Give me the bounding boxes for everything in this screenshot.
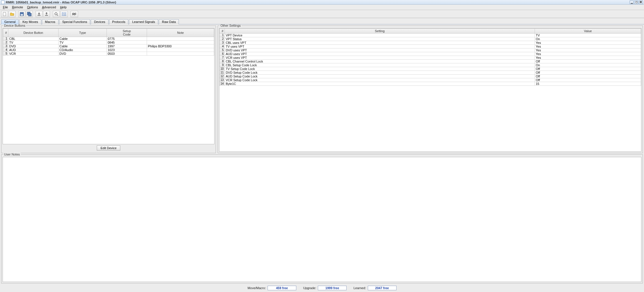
app-icon bbox=[1, 1, 5, 4]
settings-panel-title: Other Settings bbox=[220, 24, 241, 27]
toolbar: 01320186 RF bbox=[0, 10, 644, 18]
table-row[interactable]: 2TVTV0845 bbox=[3, 41, 214, 44]
menu-options[interactable]: Options bbox=[25, 5, 40, 9]
table-row[interactable]: 9CBL Setup Code LockOn bbox=[220, 63, 641, 67]
save-as-button[interactable] bbox=[26, 11, 33, 17]
close-button[interactable]: ⊠ bbox=[639, 1, 643, 4]
new-button[interactable] bbox=[1, 11, 8, 17]
hex-button[interactable]: 01320186 bbox=[60, 11, 68, 17]
table-row[interactable]: 8CBL Channel Control LockOff bbox=[220, 60, 641, 63]
svg-rect-0 bbox=[3, 12, 6, 16]
table-row[interactable]: 1CBLCable0775 bbox=[3, 37, 214, 41]
search-button[interactable] bbox=[53, 11, 60, 17]
open-button[interactable] bbox=[9, 11, 16, 17]
table-row[interactable]: 3DVDCable1997Philips BDP3300 bbox=[3, 44, 214, 48]
svg-rect-2 bbox=[21, 14, 23, 15]
table-row[interactable]: 14Byte1C15 bbox=[220, 82, 641, 86]
device-panel-title: Device Buttons bbox=[3, 24, 26, 27]
tab-protocols[interactable]: Protocols bbox=[109, 19, 129, 24]
table-row[interactable]: 4AUDCD/Audio1023 bbox=[3, 48, 214, 52]
settings-col-header[interactable]: Value bbox=[535, 29, 641, 34]
device-col-header[interactable]: Type bbox=[59, 29, 107, 37]
status-move-value: 459 free bbox=[268, 286, 296, 290]
table-row[interactable]: 5DVD uses VPTYes bbox=[220, 48, 641, 52]
status-upgrade-value: 1999 free bbox=[318, 286, 347, 290]
other-settings-panel: Other Settings #SettingValue 1VPT Device… bbox=[218, 26, 643, 153]
tab-special-functions[interactable]: Special Functions bbox=[59, 19, 90, 24]
settings-col-header[interactable]: # bbox=[220, 29, 225, 34]
edit-device-button[interactable]: Edit Device bbox=[97, 145, 120, 151]
status-move-label: Move/Macro: bbox=[247, 286, 266, 290]
table-row[interactable]: 4TV uses VPTYes bbox=[220, 45, 641, 48]
svg-rect-4 bbox=[28, 13, 31, 16]
rf-button[interactable]: RF bbox=[71, 11, 78, 17]
tab-learned-signals[interactable]: Learned Signals bbox=[129, 19, 158, 24]
save-button[interactable] bbox=[18, 11, 25, 17]
table-row[interactable]: 10TV Setup Code LockOff bbox=[220, 67, 641, 71]
device-table[interactable]: #Device ButtonTypeSetupCodeNote 1CBLCabl… bbox=[3, 28, 214, 56]
tab-macros[interactable]: Macros bbox=[42, 19, 59, 24]
titlebar: RMIR: 1056b01_backup_tvmod.rmir - Atlas … bbox=[0, 0, 644, 5]
settings-table[interactable]: #SettingValue 1VPT DeviceTV2VPT StatusOn… bbox=[219, 28, 641, 86]
svg-line-8 bbox=[57, 15, 58, 16]
table-row[interactable]: 11DVD Setup Code LockOff bbox=[220, 71, 641, 75]
table-row[interactable]: 3CBL uses VPTYes bbox=[220, 41, 641, 45]
menu-help[interactable]: Help bbox=[58, 5, 68, 9]
user-notes-panel: User Notes bbox=[1, 154, 643, 283]
menubar: File Remote Options Advanced Help bbox=[0, 5, 644, 10]
table-row[interactable]: 6AUD uses VPTYes bbox=[220, 52, 641, 56]
tab-raw-data[interactable]: Raw Data bbox=[159, 19, 179, 24]
window-title: RMIR: 1056b01_backup_tvmod.rmir - Atlas … bbox=[6, 1, 116, 4]
table-row[interactable]: 7VCR uses VPTYes bbox=[220, 56, 641, 60]
device-col-header[interactable]: Device Button bbox=[8, 29, 59, 37]
tab-general[interactable]: General bbox=[1, 19, 19, 24]
notes-panel-title: User Notes bbox=[3, 153, 21, 156]
table-row[interactable]: 13VCR Setup Code LockOff bbox=[220, 78, 641, 82]
device-col-header[interactable]: # bbox=[3, 29, 8, 37]
status-learned-value: 2047 free bbox=[368, 286, 397, 290]
user-notes-textarea[interactable] bbox=[3, 157, 641, 282]
table-row[interactable]: 1VPT DeviceTV bbox=[220, 34, 641, 37]
maximize-button[interactable]: ◻ bbox=[634, 1, 638, 4]
table-row[interactable]: 12AUD Setup Code LockOff bbox=[220, 75, 641, 78]
svg-rect-6 bbox=[45, 15, 48, 16]
minimize-button[interactable]: ▁ bbox=[630, 1, 634, 4]
device-buttons-panel: Device Buttons #Device ButtonTypeSetupCo… bbox=[1, 26, 216, 153]
tab-bar: GeneralKey MovesMacrosSpecial FunctionsD… bbox=[0, 18, 644, 24]
svg-rect-5 bbox=[38, 15, 40, 16]
menu-advanced[interactable]: Advanced bbox=[40, 5, 58, 9]
upload-button[interactable] bbox=[43, 11, 50, 17]
table-row[interactable]: 5VCRDVD0503 bbox=[3, 52, 214, 56]
device-col-header[interactable]: Note bbox=[147, 29, 214, 37]
download-button[interactable] bbox=[36, 11, 42, 17]
svg-point-7 bbox=[55, 13, 57, 15]
tab-devices[interactable]: Devices bbox=[91, 19, 108, 24]
table-row[interactable]: 2VPT StatusOn bbox=[220, 37, 641, 41]
device-col-header[interactable]: SetupCode bbox=[107, 29, 147, 37]
menu-file[interactable]: File bbox=[1, 5, 10, 9]
tab-key-moves[interactable]: Key Moves bbox=[19, 19, 41, 24]
statusbar: Move/Macro: 459 free Upgrade: 1999 free … bbox=[0, 285, 644, 292]
menu-remote[interactable]: Remote bbox=[10, 5, 25, 9]
status-upgrade-label: Upgrade: bbox=[303, 286, 316, 290]
settings-col-header[interactable]: Setting bbox=[225, 29, 535, 34]
status-learned-label: Learned: bbox=[353, 286, 366, 290]
